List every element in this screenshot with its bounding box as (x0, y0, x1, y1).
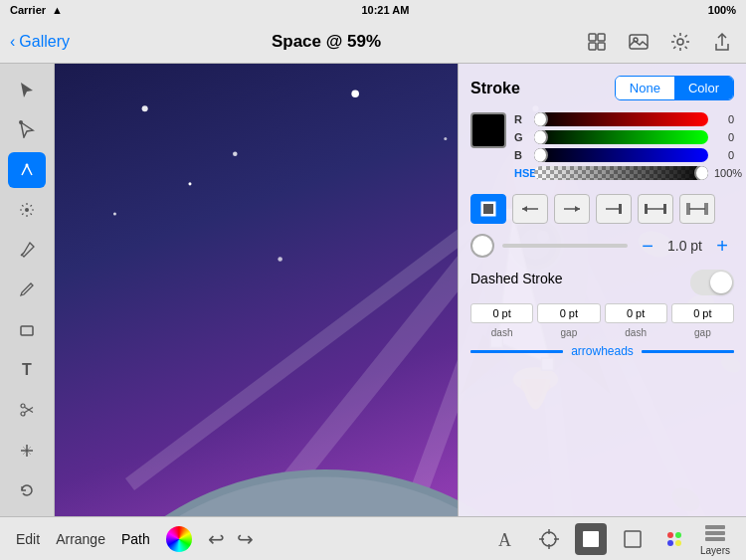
svg-rect-1 (598, 34, 605, 41)
stroke-panel: Stroke None Color R 0 G (458, 64, 746, 516)
gap1-field (537, 303, 600, 323)
hsb-label[interactable]: HSB (514, 167, 528, 179)
svg-point-9 (25, 208, 29, 212)
circle-slider[interactable] (470, 234, 494, 258)
pen-tool[interactable] (8, 152, 46, 188)
arrowhead-left-line (470, 350, 563, 353)
direct-select-tool[interactable] (8, 111, 46, 147)
green-slider-track[interactable] (534, 130, 708, 144)
layers-label: Layers (700, 545, 730, 556)
arrowhead-right-line (642, 350, 734, 353)
undo-button[interactable]: ↩ (208, 527, 225, 551)
scissors-tool[interactable] (8, 392, 46, 428)
pencil-tool[interactable] (8, 272, 46, 307)
dash1-field (470, 303, 533, 323)
bottom-right-actions: A Layers (491, 522, 730, 556)
dashed-stroke-section: Dashed Stroke dash (470, 270, 734, 338)
green-value: 0 (714, 131, 734, 143)
width-track[interactable] (502, 244, 628, 248)
status-bar: Carrier ▲ 10:21 AM 100% (0, 0, 746, 20)
svg-rect-72 (704, 203, 708, 215)
shape-fill-button[interactable] (575, 523, 607, 555)
svg-point-13 (142, 105, 148, 111)
arrowheads-row: arrowheads (470, 344, 734, 358)
redo-button[interactable]: ↪ (237, 527, 254, 551)
dash1-label: dash (470, 327, 533, 338)
stroke-width-row: − 1.0 pt + (470, 234, 734, 258)
image-view-button[interactable] (625, 28, 653, 56)
stroke-style-arrow-left[interactable] (512, 194, 548, 224)
svg-point-21 (188, 182, 191, 185)
bottom-toolbar: Edit Arrange Path ↩ ↪ A (0, 516, 746, 560)
svg-rect-4 (630, 35, 648, 49)
stroke-style-cap-left[interactable] (638, 194, 673, 224)
back-chevron-icon: ‹ (10, 33, 15, 51)
settings-button[interactable] (666, 28, 694, 56)
battery-label: 100% (708, 4, 736, 16)
history-tool[interactable] (8, 472, 46, 508)
shape-outline-button[interactable] (617, 523, 649, 555)
gap2-input[interactable] (671, 303, 734, 323)
magic-wand-tool[interactable] (8, 192, 46, 228)
none-option[interactable]: None (616, 77, 674, 99)
panel-header: Stroke None Color (470, 76, 734, 100)
stroke-style-solid[interactable] (470, 194, 506, 224)
share-button[interactable] (708, 28, 736, 56)
dash2-field (605, 303, 667, 323)
eyedropper-tool[interactable] (8, 232, 46, 268)
svg-point-11 (21, 404, 25, 408)
dash2-label: dash (605, 327, 667, 338)
red-slider-thumb[interactable] (534, 112, 548, 126)
alpha-slider-row: HSB 100% (514, 166, 734, 180)
zoom-tool[interactable] (8, 432, 46, 467)
svg-point-15 (351, 90, 359, 97)
align-button[interactable] (533, 523, 565, 555)
wifi-icon: ▲ (52, 4, 63, 16)
color-wheel-button[interactable] (166, 526, 192, 552)
undo-redo-group: ↩ ↪ (208, 527, 254, 551)
svg-point-81 (667, 532, 673, 538)
bottom-left-actions: Edit Arrange Path ↩ ↪ (16, 526, 254, 552)
svg-rect-68 (645, 204, 648, 214)
dash2-input[interactable] (605, 303, 667, 323)
stroke-style-arrow-right[interactable] (554, 194, 590, 224)
layers-button[interactable]: Layers (700, 522, 730, 556)
carrier-label: Carrier (10, 4, 46, 16)
svg-point-74 (542, 532, 556, 546)
svg-point-19 (113, 213, 116, 216)
green-slider-thumb[interactable] (534, 130, 548, 144)
rectangle-tool[interactable] (8, 312, 46, 348)
increase-width-button[interactable]: + (710, 236, 734, 256)
edit-button[interactable]: Edit (16, 531, 40, 547)
grid-view-button[interactable] (583, 28, 611, 56)
text-tool[interactable]: T (8, 352, 46, 388)
path-button[interactable]: Path (121, 531, 150, 547)
text-style-button[interactable]: A (491, 523, 523, 555)
blue-slider-thumb[interactable] (534, 148, 548, 162)
blue-slider-row: B 0 (514, 148, 734, 162)
color-sliders-area: R 0 G 0 B (470, 112, 734, 184)
dashed-stroke-toggle[interactable] (690, 270, 734, 295)
arrowheads-label[interactable]: arrowheads (571, 344, 634, 358)
alpha-slider-track[interactable] (534, 166, 708, 180)
alpha-slider-thumb[interactable] (694, 166, 708, 180)
back-button[interactable]: ‹ Gallery (10, 33, 70, 51)
gap1-input[interactable] (537, 303, 600, 323)
svg-point-20 (278, 257, 282, 262)
green-slider-row: G 0 (514, 130, 734, 144)
palette-button[interactable] (658, 523, 690, 555)
svg-rect-3 (598, 43, 605, 50)
sliders-group: R 0 G 0 B (514, 112, 734, 184)
dash1-input[interactable] (470, 303, 533, 323)
select-tool[interactable] (8, 72, 46, 107)
stroke-style-cap-both[interactable] (679, 194, 715, 224)
decrease-width-button[interactable]: − (636, 236, 659, 256)
gap2-label: gap (671, 327, 734, 338)
color-option[interactable]: Color (674, 77, 733, 99)
back-label: Gallery (19, 33, 70, 51)
stroke-style-cap-right[interactable] (596, 194, 632, 224)
blue-slider-track[interactable] (534, 148, 708, 162)
red-slider-track[interactable] (534, 112, 708, 126)
stroke-seg-control[interactable]: None Color (615, 76, 734, 100)
arrange-button[interactable]: Arrange (56, 531, 105, 547)
